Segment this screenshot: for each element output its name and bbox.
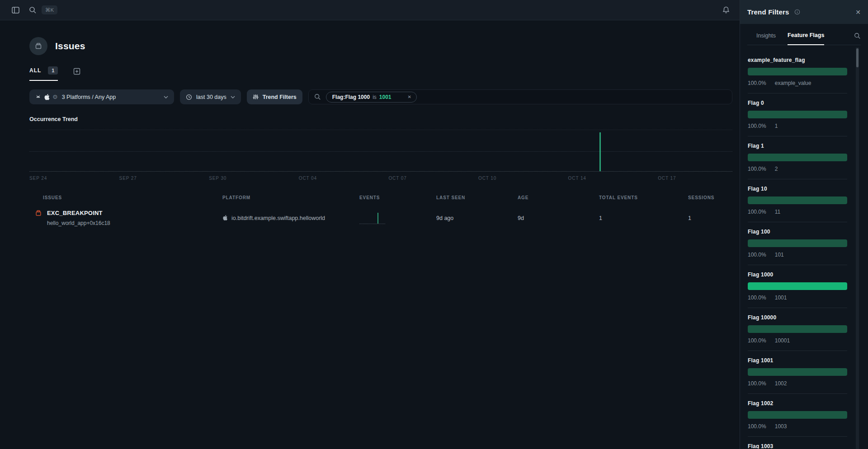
panel-scrollbar-track[interactable] xyxy=(856,47,859,449)
add-view-button[interactable] xyxy=(71,66,82,77)
table-header-row: ISSUES PLATFORM EVENTS LAST SEEN AGE TOT… xyxy=(29,195,732,200)
global-search-button[interactable] xyxy=(27,5,38,15)
feature-flag-item[interactable]: Flag 1001 100.0% 1002 xyxy=(748,351,847,394)
flag-value: 1003 xyxy=(775,423,787,430)
panel-search-button[interactable] xyxy=(854,33,861,39)
feature-flag-item[interactable]: Flag 10 100.0% 11 xyxy=(748,179,847,222)
issues-page-icon-badge xyxy=(29,37,47,55)
flag-distribution-bar[interactable] xyxy=(748,325,847,333)
feature-flag-item[interactable]: Flag 1002 100.0% 1003 xyxy=(748,394,847,437)
sidebar-toggle-button[interactable] xyxy=(10,5,21,15)
crash-jar-icon xyxy=(35,210,42,217)
issues-search-input[interactable]: Flag:Flag 1000 is 1001 ✕ xyxy=(308,89,732,104)
sliders-icon xyxy=(253,94,259,100)
flag-percent: 100.0% xyxy=(748,123,766,129)
feature-flag-item[interactable]: Flag 1 100.0% 2 xyxy=(748,136,847,179)
clock-icon xyxy=(186,94,192,100)
notifications-button[interactable] xyxy=(721,5,731,15)
tab-insights[interactable]: Insights xyxy=(756,33,776,45)
flag-name: example_feature_flag xyxy=(748,57,847,63)
flag-name: Flag 1000 xyxy=(748,271,847,278)
apple-icon xyxy=(222,215,228,221)
sessions-value: 1 xyxy=(688,215,732,221)
chip-operator: is xyxy=(373,94,377,100)
flag-stats: 100.0% 1 xyxy=(748,123,847,136)
views-tabs-row: ALL 1 xyxy=(29,66,732,81)
feature-flag-item[interactable]: example_feature_flag 100.0% example_valu… xyxy=(748,51,847,94)
flag-percent: 100.0% xyxy=(748,166,766,172)
flag-name: Flag 1003 xyxy=(748,443,847,449)
flag-stats: 100.0% 1002 xyxy=(748,380,847,394)
panel-title: Trend Filters xyxy=(747,8,789,16)
tab-feature-flags[interactable]: Feature Flags xyxy=(788,32,824,45)
issue-texts: EXC_BREAKPOINT hello_world_app+0x16c18 xyxy=(47,210,110,226)
search-icon xyxy=(29,6,37,14)
info-icon[interactable] xyxy=(794,9,800,15)
apple-icon xyxy=(44,94,50,100)
time-range-dropdown[interactable]: last 30 days xyxy=(180,89,241,104)
sidebar-toggle-icon xyxy=(11,6,20,14)
issue-name[interactable]: EXC_BREAKPOINT xyxy=(47,210,110,216)
flag-stats: 100.0% 1003 xyxy=(748,423,847,437)
col-events: EVENTS xyxy=(359,195,436,200)
flag-distribution-bar[interactable] xyxy=(748,411,847,419)
gridline-top xyxy=(29,130,732,130)
flag-percent: 100.0% xyxy=(748,380,766,387)
feature-flag-item[interactable]: Flag 0 100.0% 1 xyxy=(748,94,847,136)
issues-table: ISSUES PLATFORM EVENTS LAST SEEN AGE TOT… xyxy=(29,195,732,226)
gear-icon: ⚙ xyxy=(52,94,58,100)
chip-key: Flag:Flag 1000 xyxy=(332,94,370,100)
col-last-seen: LAST SEEN xyxy=(436,195,518,200)
issue-cell[interactable]: EXC_BREAKPOINT hello_world_app+0x16c18 xyxy=(29,210,222,226)
sparkline-event-tick xyxy=(377,213,378,224)
trend-filters-panel: Trend Filters ✕ Insights Feature Flags e… xyxy=(740,0,868,449)
platform-bundle-id: io.bitdrift.example.swiftapp.helloworld xyxy=(231,215,325,221)
age-value: 9d xyxy=(518,215,599,221)
search-icon xyxy=(314,94,321,100)
flag-name: Flag 10000 xyxy=(748,314,847,321)
feature-flag-item[interactable]: Flag 100 100.0% 101 xyxy=(748,222,847,265)
trend-filters-button-label: Trend Filters xyxy=(263,94,297,100)
flag-distribution-bar[interactable] xyxy=(748,111,847,118)
col-age: AGE xyxy=(518,195,599,200)
occurrence-trend-title: Occurrence Trend xyxy=(29,116,732,122)
chevron-down-icon xyxy=(231,96,235,98)
feature-flag-item[interactable]: Flag 10000 100.0% 10001 xyxy=(748,308,847,351)
feature-flag-list: example_feature_flag 100.0% example_valu… xyxy=(740,45,868,449)
occurrence-trend-chart xyxy=(29,129,732,172)
issue-subtitle: hello_world_app+0x16c18 xyxy=(47,220,110,226)
flag-value: 1002 xyxy=(775,380,787,387)
panel-scrollbar-thumb[interactable] xyxy=(856,48,859,67)
feature-flag-item[interactable]: Flag 1003 xyxy=(748,437,847,449)
search-filter-chip[interactable]: Flag:Flag 1000 is 1001 ✕ xyxy=(326,92,417,103)
panel-close-icon[interactable]: ✕ xyxy=(855,9,861,16)
flag-stats: 100.0% 101 xyxy=(748,252,847,265)
trend-filters-button[interactable]: Trend Filters xyxy=(247,89,302,104)
tab-all[interactable]: ALL 1 xyxy=(29,66,58,81)
x-axis-label: OCT 14 xyxy=(568,176,586,181)
flag-distribution-bar[interactable] xyxy=(748,239,847,247)
flag-name: Flag 1 xyxy=(748,143,847,149)
feature-flag-item[interactable]: Flag 1000 100.0% 1001 xyxy=(748,265,847,308)
flag-distribution-bar[interactable] xyxy=(748,196,847,204)
top-bar: ⌘K xyxy=(0,0,740,20)
x-axis-label: SEP 30 xyxy=(209,176,226,181)
content-area: Issues ALL 1 xyxy=(0,37,740,226)
platform-filter-dropdown[interactable]: ⚙ 3 Platforms / Any App xyxy=(29,89,174,104)
chip-value: 1001 xyxy=(379,94,392,100)
flag-name: Flag 1001 xyxy=(748,357,847,364)
flag-value: 1001 xyxy=(775,295,787,301)
chip-remove-icon[interactable]: ✕ xyxy=(408,94,411,99)
flag-distribution-bar[interactable] xyxy=(748,154,847,161)
platform-icons: ⚙ xyxy=(35,94,58,100)
filter-row: ⚙ 3 Platforms / Any App last 30 days xyxy=(29,89,732,104)
flag-name: Flag 100 xyxy=(748,229,847,235)
table-row[interactable]: EXC_BREAKPOINT hello_world_app+0x16c18 i… xyxy=(29,210,732,226)
flag-distribution-bar[interactable] xyxy=(748,368,847,376)
app-root: ⌘K Issues AL xyxy=(0,0,868,449)
flag-distribution-bar[interactable] xyxy=(748,68,847,75)
flag-distribution-bar[interactable] xyxy=(748,282,847,290)
total-events-value: 1 xyxy=(599,215,688,221)
platform-filter-label: 3 Platforms / Any App xyxy=(62,94,116,100)
event-spike-bar[interactable] xyxy=(599,132,601,171)
